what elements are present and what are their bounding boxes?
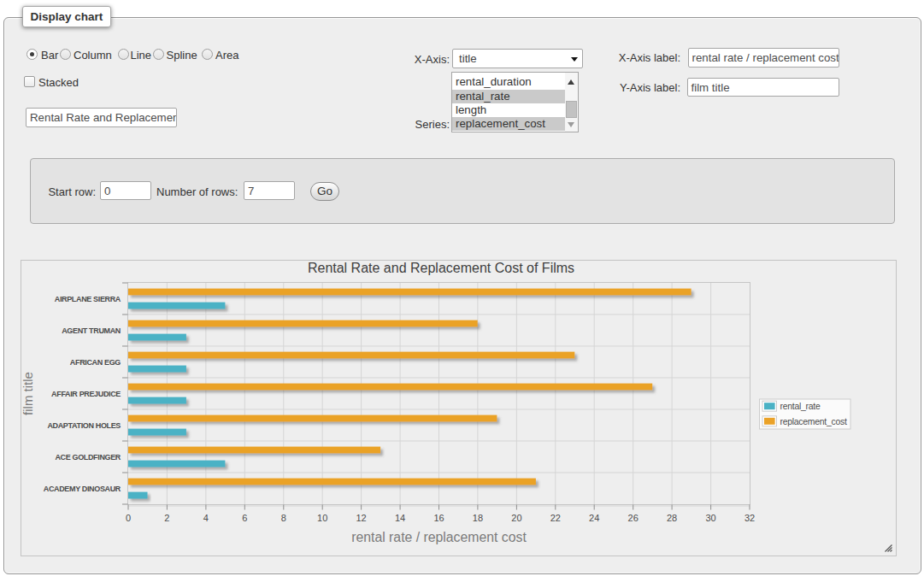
- svg-text:Rental Rate and Replacement Co: Rental Rate and Replacement Cost of Film…: [308, 261, 574, 275]
- svg-text:0: 0: [126, 513, 131, 523]
- svg-text:16: 16: [433, 513, 444, 523]
- svg-text:AIRPLANE SIERRA: AIRPLANE SIERRA: [55, 295, 121, 303]
- svg-text:26: 26: [628, 513, 639, 523]
- svg-text:AGENT TRUMAN: AGENT TRUMAN: [62, 326, 121, 335]
- svg-text:4: 4: [203, 513, 209, 523]
- svg-text:28: 28: [667, 513, 677, 523]
- svg-text:2: 2: [164, 513, 169, 523]
- svg-text:ACADEMY DINOSAUR: ACADEMY DINOSAUR: [44, 485, 121, 493]
- svg-text:20: 20: [511, 513, 521, 523]
- svg-text:6: 6: [242, 513, 247, 523]
- svg-text:ADAPTATION HOLES: ADAPTATION HOLES: [47, 421, 121, 430]
- svg-text:rental_rate: rental_rate: [780, 402, 821, 411]
- svg-text:replacement_cost: replacement_cost: [780, 417, 847, 426]
- svg-text:12: 12: [356, 513, 366, 523]
- svg-text:22: 22: [550, 513, 561, 523]
- svg-text:24: 24: [589, 513, 599, 523]
- svg-text:ACE GOLDFINGER: ACE GOLDFINGER: [55, 453, 121, 461]
- svg-text:14: 14: [395, 513, 405, 523]
- svg-text:30: 30: [705, 513, 715, 523]
- svg-text:AFRICAN EGG: AFRICAN EGG: [70, 358, 121, 367]
- svg-text:8: 8: [281, 513, 286, 523]
- svg-text:film title: film title: [21, 372, 35, 415]
- svg-text:10: 10: [317, 513, 327, 523]
- svg-text:AFFAIR PREJUDICE: AFFAIR PREJUDICE: [51, 390, 121, 398]
- svg-text:rental rate / replacement cost: rental rate / replacement cost: [351, 530, 527, 544]
- svg-text:18: 18: [473, 513, 483, 523]
- svg-text:32: 32: [744, 513, 755, 523]
